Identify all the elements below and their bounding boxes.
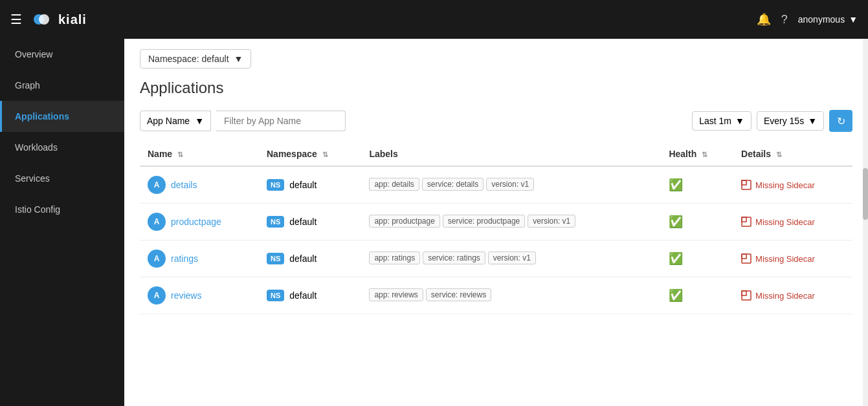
- filter-dropdown-arrow: ▼: [195, 116, 204, 126]
- label-tag: version: v1: [528, 215, 575, 228]
- namespace-selector[interactable]: Namespace: default ▼: [140, 49, 251, 69]
- table-row: A productpage NS default app: productpag…: [140, 204, 852, 240]
- ns-badge: NS: [267, 253, 284, 264]
- missing-sidecar-label: Missing Sidecar: [755, 291, 815, 301]
- missing-sidecar-icon: [741, 180, 751, 190]
- label-tag: service: details: [422, 178, 484, 191]
- missing-sidecar-label: Missing Sidecar: [755, 180, 815, 190]
- missing-sidecar-indicator[interactable]: Missing Sidecar: [741, 180, 845, 190]
- app-name-link[interactable]: productpage: [171, 217, 221, 227]
- navbar-actions: 🔔 ? anonymous ▼: [757, 12, 858, 27]
- labels-cell: app: productpageservice: productpagevers…: [361, 204, 661, 240]
- label-tag: version: v1: [488, 251, 536, 264]
- missing-sidecar-indicator[interactable]: Missing Sidecar: [741, 290, 845, 301]
- col-header-namespace[interactable]: Namespace ⇅: [259, 142, 361, 166]
- sidebar-item-overview[interactable]: Overview: [0, 39, 124, 70]
- svg-rect-6: [742, 217, 746, 222]
- sidebar-item-istio-config-label: Istio Config: [15, 204, 60, 215]
- label-tag: app: productpage: [369, 215, 440, 228]
- namespace-cell: NS default: [259, 240, 361, 277]
- logo-text: kiali: [58, 12, 87, 27]
- missing-sidecar-icon: [741, 253, 751, 264]
- name-sort-icon: ⇅: [177, 151, 183, 158]
- sidebar: Overview Graph Applications Workloads Se…: [0, 39, 124, 406]
- svg-point-2: [39, 14, 49, 25]
- col-header-health[interactable]: Health ⇅: [661, 142, 733, 166]
- scrollbar-thumb[interactable]: [863, 168, 868, 220]
- hamburger-menu-icon[interactable]: ☰: [10, 12, 22, 27]
- sidebar-item-workloads-label: Workloads: [15, 142, 58, 153]
- sidebar-item-services[interactable]: Services: [0, 163, 124, 194]
- sidebar-item-workloads[interactable]: Workloads: [0, 132, 124, 163]
- table-body: A details NS default app: detailsservice…: [140, 166, 852, 314]
- label-tag: version: v1: [486, 178, 534, 191]
- col-header-details[interactable]: Details ⇅: [733, 142, 852, 166]
- health-cell: ✅: [661, 240, 733, 277]
- health-cell: ✅: [661, 277, 733, 314]
- content-inner: Namespace: default ▼ Applications App Na…: [124, 39, 868, 325]
- help-icon[interactable]: ?: [781, 13, 788, 27]
- toolbar: App Name ▼ Last 1m ▼ Every 15s ▼ ↻: [140, 110, 852, 132]
- namespace-cell: NS default: [259, 277, 361, 314]
- missing-sidecar-indicator[interactable]: Missing Sidecar: [741, 253, 845, 264]
- sidebar-item-graph-label: Graph: [15, 80, 40, 91]
- name-cell: A productpage: [140, 204, 259, 240]
- sidebar-item-services-label: Services: [15, 173, 50, 184]
- filter-input[interactable]: [216, 111, 346, 131]
- details-sort-icon: ⇅: [776, 151, 782, 158]
- missing-sidecar-indicator[interactable]: Missing Sidecar: [741, 217, 845, 227]
- user-name: anonymous: [798, 14, 845, 25]
- filter-type-label: App Name: [147, 116, 190, 126]
- table-row: A details NS default app: detailsservice…: [140, 166, 852, 204]
- user-menu[interactable]: anonymous ▼: [798, 14, 858, 25]
- notifications-icon[interactable]: 🔔: [757, 12, 771, 27]
- sidebar-item-overview-label: Overview: [15, 49, 52, 59]
- app-name-link[interactable]: ratings: [171, 253, 198, 264]
- app-badge: A: [148, 176, 166, 194]
- refresh-button[interactable]: ↻: [829, 110, 852, 132]
- health-cell: ✅: [661, 166, 733, 204]
- svg-rect-10: [742, 291, 746, 295]
- details-cell: Missing Sidecar: [733, 277, 852, 314]
- sidebar-item-applications[interactable]: Applications: [0, 101, 124, 132]
- namespace-value: default: [289, 180, 317, 190]
- col-header-name[interactable]: Name ⇅: [140, 142, 259, 166]
- app-badge: A: [148, 213, 166, 231]
- kiali-logo-icon: [30, 8, 53, 31]
- namespace-value: default: [289, 253, 317, 264]
- namespace-value: default: [289, 217, 317, 227]
- ns-badge: NS: [267, 216, 284, 228]
- name-cell: A ratings: [140, 240, 259, 277]
- health-sort-icon: ⇅: [702, 151, 707, 158]
- time-range-label: Last 1m: [699, 116, 731, 126]
- label-tag: service: productpage: [443, 215, 525, 228]
- app-name-link[interactable]: reviews: [171, 290, 201, 301]
- col-header-labels[interactable]: Labels: [361, 142, 661, 166]
- labels-cell: app: ratingsservice: ratingsversion: v1: [361, 240, 661, 277]
- ns-badge: NS: [267, 179, 284, 191]
- namespace-sort-icon: ⇅: [322, 151, 328, 158]
- user-dropdown-icon: ▼: [849, 14, 858, 25]
- namespace-cell: NS default: [259, 166, 361, 204]
- label-tag: app: reviews: [369, 288, 423, 301]
- scrollbar-track[interactable]: [863, 39, 868, 406]
- time-range-selector[interactable]: Last 1m ▼: [692, 111, 751, 131]
- label-tag: app: details: [369, 178, 419, 191]
- labels-cell: app: detailsservice: detailsversion: v1: [361, 166, 661, 204]
- refresh-interval-selector[interactable]: Every 15s ▼: [757, 111, 824, 131]
- filter-type-dropdown[interactable]: App Name ▼: [140, 111, 211, 131]
- health-cell: ✅: [661, 204, 733, 240]
- sidebar-item-istio-config[interactable]: Istio Config: [0, 194, 124, 225]
- app-name-link[interactable]: details: [171, 180, 197, 190]
- name-cell: A details: [140, 166, 259, 204]
- sidebar-item-graph[interactable]: Graph: [0, 70, 124, 101]
- content-area: Namespace: default ▼ Applications App Na…: [124, 39, 868, 406]
- table-row: A ratings NS default app: ratingsservice…: [140, 240, 852, 277]
- app-badge: A: [148, 286, 166, 304]
- missing-sidecar-icon: [741, 290, 751, 301]
- label-tag: app: ratings: [369, 251, 420, 264]
- table-header: Name ⇅ Namespace ⇅ Labels Health ⇅: [140, 142, 852, 166]
- namespace-cell: NS default: [259, 204, 361, 240]
- health-ok-icon: ✅: [669, 178, 683, 191]
- svg-rect-4: [742, 180, 746, 185]
